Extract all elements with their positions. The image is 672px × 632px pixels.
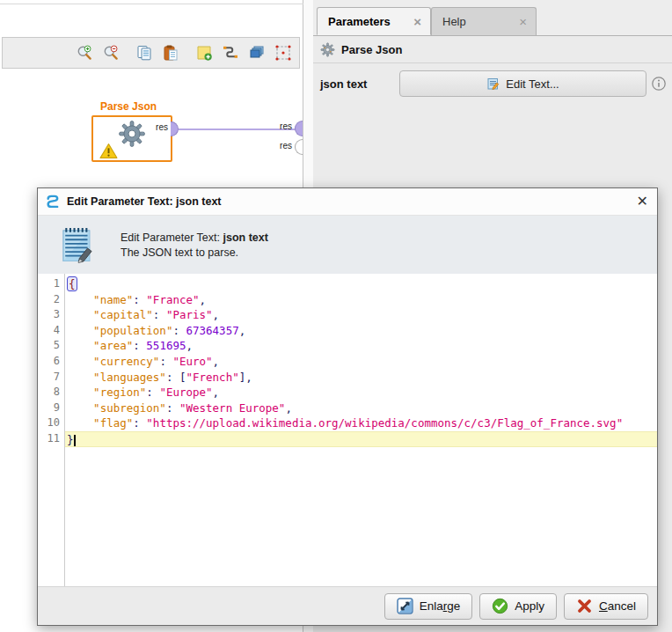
operator-output-port[interactable] <box>171 121 179 136</box>
code-line[interactable]: "population": 67364357, <box>65 323 657 339</box>
tab-parameters[interactable]: Parameters × <box>317 7 431 35</box>
code-line[interactable]: "currency": "Euro", <box>65 354 657 370</box>
line-number: 8 <box>38 385 64 401</box>
tab-help-label: Help <box>442 15 466 28</box>
operator-parse-json[interactable]: res <box>91 115 172 162</box>
apply-button[interactable]: Apply <box>479 593 557 620</box>
json-text-editor[interactable]: 1234567891011 { "name": "France", "capit… <box>38 274 657 586</box>
code-line[interactable]: "capital": "Paris", <box>65 307 657 323</box>
dialog-header-subtitle: The JSON text to parse. <box>121 246 268 259</box>
canvas-toolbar <box>2 37 300 69</box>
param-label: json text <box>320 77 399 91</box>
cancel-button[interactable]: Cancel <box>564 593 648 620</box>
code-line[interactable]: "name": "France", <box>65 292 657 308</box>
close-icon[interactable]: × <box>519 15 527 28</box>
edit-text-label: Edit Text... <box>506 77 559 91</box>
fit-view-icon[interactable] <box>273 42 294 63</box>
code-line[interactable]: "subregion": "Western Europe", <box>65 401 657 416</box>
editor-gutter: 1234567891011 <box>38 274 65 586</box>
paste-icon[interactable] <box>160 42 181 63</box>
editor-code[interactable]: { "name": "France", "capital": "Paris", … <box>65 274 657 586</box>
gear-icon <box>118 120 146 148</box>
edit-text-button[interactable]: Edit Text... <box>399 70 646 97</box>
warning-icon <box>99 143 118 159</box>
edge-port-label-top: res <box>280 121 292 131</box>
result-port-2[interactable] <box>295 139 303 155</box>
edit-text-icon <box>486 77 500 91</box>
text-caret <box>74 435 76 446</box>
result-port-1[interactable] <box>295 121 303 136</box>
output-port-label: res <box>156 122 168 132</box>
zoom-out-icon[interactable] <box>100 42 121 63</box>
line-number: 7 <box>38 370 64 386</box>
dialog-titlebar[interactable]: Edit Parameter Text: json text ✕ <box>38 188 657 216</box>
line-number: 2 <box>38 292 64 308</box>
operator-label: Parse Json <box>100 100 157 113</box>
tab-parameters-label: Parameters <box>328 15 391 28</box>
edit-text-large-icon <box>57 224 98 265</box>
code-line[interactable]: "area": 551695, <box>65 338 657 354</box>
layers-icon[interactable] <box>246 42 267 63</box>
selected-operator-title: Parse Json <box>341 43 402 56</box>
line-number: 3 <box>38 307 64 323</box>
rapidminer-logo-icon <box>45 194 61 209</box>
dialog-title: Edit Parameter Text: json text <box>67 195 222 208</box>
line-number: 11 <box>38 431 64 447</box>
line-number: 1 <box>38 276 64 292</box>
line-number: 10 <box>38 415 64 431</box>
rewire-icon[interactable] <box>220 42 241 63</box>
dialog-footer: Enlarge Apply Cancel <box>38 586 657 625</box>
edit-parameter-dialog: Edit Parameter Text: json text ✕ Edit Pa… <box>37 187 658 626</box>
apply-check-icon <box>492 598 508 614</box>
add-note-icon[interactable] <box>194 42 215 63</box>
close-icon[interactable]: ✕ <box>637 195 648 209</box>
copy-icon[interactable] <box>134 42 155 63</box>
edge-port-label-bottom: res <box>280 141 292 151</box>
tab-help[interactable]: Help × <box>431 7 537 35</box>
param-row-json-text: json text Edit Text... <box>313 63 672 104</box>
divider <box>0 4 303 4</box>
info-icon[interactable] <box>651 76 667 92</box>
code-line[interactable]: "languages": ["French"], <box>65 370 657 386</box>
dialog-header-text: Edit Parameter Text: json text The JSON … <box>121 231 268 259</box>
panel-tabbar: Parameters × Help × <box>313 0 672 35</box>
cancel-x-icon <box>576 598 593 614</box>
line-number: 6 <box>38 354 64 370</box>
selected-operator-header: Parse Json <box>313 36 672 63</box>
enlarge-icon <box>397 598 413 614</box>
dialog-header: Edit Parameter Text: json text The JSON … <box>38 216 657 274</box>
gear-icon <box>320 42 335 57</box>
dialog-header-title: Edit Parameter Text: json text <box>121 231 268 244</box>
line-number: 5 <box>38 338 64 354</box>
line-number: 9 <box>38 401 64 416</box>
code-line[interactable]: } <box>65 431 657 447</box>
code-line[interactable]: "region": "Europe", <box>65 385 657 401</box>
enlarge-button[interactable]: Enlarge <box>384 593 473 620</box>
close-icon[interactable]: × <box>413 15 421 28</box>
line-number: 4 <box>38 323 64 339</box>
zoom-in-icon[interactable] <box>74 42 95 63</box>
code-line[interactable]: "flag": "https://upload.wikimedia.org/wi… <box>65 415 657 431</box>
code-line[interactable]: { <box>65 276 657 292</box>
